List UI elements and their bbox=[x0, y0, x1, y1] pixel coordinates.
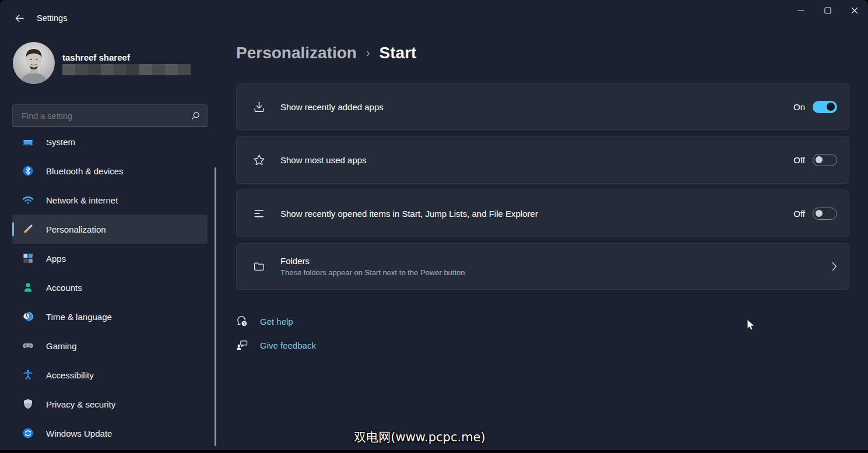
sidebar-item-label: Gaming bbox=[46, 341, 77, 351]
give-feedback-link[interactable]: Give feedback bbox=[260, 340, 316, 350]
screen: Settings tashreef shareef bbox=[0, 0, 868, 453]
sidebar-item-label: Apps bbox=[46, 254, 66, 264]
toggle-show-recently-added-apps[interactable] bbox=[813, 101, 837, 113]
folder-icon bbox=[252, 260, 266, 273]
window-controls bbox=[788, 0, 868, 21]
avatar-photo bbox=[13, 42, 55, 84]
sidebar-item-time-language[interactable]: Time & language bbox=[12, 302, 208, 331]
toggle-knob bbox=[827, 103, 835, 111]
sidebar-item-system[interactable]: System bbox=[12, 140, 208, 156]
system-icon bbox=[22, 140, 34, 148]
sidebar-item-label: Privacy & security bbox=[46, 399, 115, 409]
sidebar-item-bluetooth-devices[interactable]: Bluetooth & devices bbox=[12, 156, 208, 185]
sidebar-item-apps[interactable]: Apps bbox=[12, 244, 208, 273]
profile-name: tashreef shareef bbox=[62, 52, 130, 62]
wifi-icon bbox=[22, 194, 34, 206]
setting-label: Show recently opened items in Start, Jum… bbox=[280, 209, 538, 219]
download-icon bbox=[252, 100, 266, 114]
give-feedback-row[interactable]: Give feedback bbox=[236, 339, 316, 352]
sidebar-item-accessibility[interactable]: Accessibility bbox=[12, 360, 208, 389]
apps-icon bbox=[22, 252, 34, 264]
sidebar-item-label: Network & internet bbox=[46, 195, 118, 205]
sidebar-item-label: System bbox=[46, 140, 75, 147]
toggle-show-most-used-apps[interactable] bbox=[813, 154, 837, 166]
sidebar-item-windows-update[interactable]: Windows Update bbox=[12, 419, 208, 448]
minimize-button[interactable] bbox=[788, 0, 814, 21]
get-help-row[interactable]: ? Get help bbox=[236, 315, 293, 328]
sidebar-item-gaming[interactable]: Gaming bbox=[12, 331, 208, 360]
sidebar-item-network-internet[interactable]: Network & internet bbox=[12, 185, 208, 215]
watermark: 双电网(www.pcpc.me) bbox=[289, 429, 551, 445]
settings-cards: Show recently added apps On Show most us… bbox=[236, 83, 849, 296]
breadcrumb-personalization[interactable]: Personalization bbox=[236, 44, 357, 62]
sidebar-item-label: Accessibility bbox=[46, 370, 94, 380]
sidebar-item-label: Windows Update bbox=[46, 429, 112, 438]
bluetooth-icon bbox=[22, 165, 34, 177]
toggle-show-recently-opened-items[interactable] bbox=[813, 208, 837, 220]
card-show-most-used-apps: Show most used apps Off bbox=[236, 136, 849, 184]
chevron-right-icon bbox=[832, 262, 837, 271]
sidebar-item-privacy-security[interactable]: Privacy & security bbox=[12, 389, 208, 419]
sidebar-item-personalization[interactable]: Personalization bbox=[12, 215, 208, 244]
personalization-icon bbox=[22, 223, 34, 235]
accounts-icon bbox=[22, 282, 34, 293]
toggle-state-label: Off bbox=[793, 209, 805, 219]
back-arrow-icon bbox=[15, 13, 24, 23]
minimize-icon bbox=[797, 7, 804, 14]
recent-items-icon bbox=[252, 207, 266, 220]
give-feedback-icon bbox=[236, 339, 248, 352]
gaming-icon bbox=[22, 340, 34, 352]
card-folders[interactable]: Folders These folders appear on Start ne… bbox=[236, 243, 849, 290]
breadcrumb-separator-icon: › bbox=[366, 46, 370, 59]
avatar bbox=[13, 42, 55, 84]
windows-update-icon bbox=[22, 427, 34, 439]
mouse-cursor bbox=[747, 319, 758, 333]
star-icon bbox=[252, 153, 266, 167]
sidebar-nav: System Bluetooth & devices bbox=[0, 140, 213, 450]
time-language-icon bbox=[22, 311, 34, 322]
selected-accent-bar bbox=[12, 222, 14, 236]
setting-label: Folders bbox=[280, 256, 465, 266]
toggle-state-label: Off bbox=[793, 155, 805, 165]
breadcrumb: Personalization › Start bbox=[236, 44, 416, 62]
setting-label: Show most used apps bbox=[280, 155, 367, 165]
close-icon bbox=[851, 7, 858, 14]
toggle-state-label: On bbox=[793, 102, 805, 112]
maximize-icon bbox=[824, 7, 831, 14]
accessibility-icon bbox=[22, 369, 34, 381]
svg-text:?: ? bbox=[243, 321, 245, 326]
sidebar-item-label: Accounts bbox=[46, 283, 82, 293]
back-button[interactable] bbox=[9, 9, 29, 27]
page-title: Start bbox=[379, 44, 417, 62]
sidebar-item-accounts[interactable]: Accounts bbox=[12, 273, 208, 302]
settings-window: Settings tashreef shareef bbox=[0, 0, 868, 450]
maximize-button[interactable] bbox=[814, 0, 841, 21]
setting-description: These folders appear on Start next to th… bbox=[280, 268, 465, 277]
sidebar-item-label: Bluetooth & devices bbox=[46, 166, 124, 176]
toggle-knob bbox=[816, 156, 823, 163]
profile-email-redacted bbox=[62, 64, 191, 75]
close-button[interactable] bbox=[841, 0, 868, 21]
window-title: Settings bbox=[37, 13, 67, 23]
card-show-recently-added-apps: Show recently added apps On bbox=[236, 83, 849, 130]
search-input[interactable] bbox=[13, 105, 207, 127]
shield-icon bbox=[22, 398, 34, 410]
setting-label: Show recently added apps bbox=[280, 102, 384, 112]
sidebar-scrollbar[interactable] bbox=[215, 167, 216, 446]
search-box bbox=[12, 104, 208, 127]
get-help-link[interactable]: Get help bbox=[260, 317, 293, 326]
sidebar-item-label: Time & language bbox=[46, 312, 112, 322]
toggle-knob bbox=[816, 210, 823, 217]
card-show-recently-opened-items: Show recently opened items in Start, Jum… bbox=[236, 189, 849, 237]
get-help-icon: ? bbox=[236, 315, 248, 328]
sidebar-item-label: Personalization bbox=[46, 224, 106, 234]
search-icon bbox=[191, 111, 200, 123]
